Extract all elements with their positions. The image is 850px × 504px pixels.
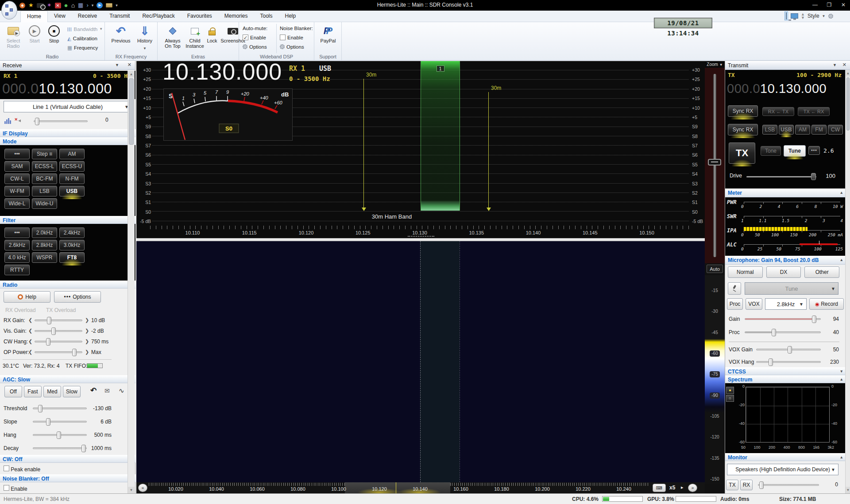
monitor-section-header[interactable]: Monitor▴ <box>725 453 845 461</box>
minimize-button[interactable]: — <box>808 0 822 10</box>
slider-track[interactable] <box>756 349 821 350</box>
ribbon-tab[interactable]: View <box>48 11 72 22</box>
scroll-up-icon[interactable]: ▲ <box>128 71 135 77</box>
slider-track[interactable] <box>35 319 82 321</box>
filter-button[interactable]: 3.0kHz <box>59 240 85 250</box>
mode-button[interactable]: Wide-U <box>32 198 57 209</box>
audio-output-dropdown[interactable]: Line 1 (Virtual Audio Cable) ▼ <box>4 101 132 112</box>
start-button[interactable]: ▶ Start <box>26 24 43 43</box>
close-button[interactable]: ✕ <box>837 0 850 10</box>
caret-down-icon[interactable]: ▼ <box>822 14 826 18</box>
mode-button[interactable]: ECSS-L <box>32 161 57 172</box>
panel-close-icon[interactable]: ✕ <box>842 62 846 68</box>
overview-zoom-factor[interactable]: x5 <box>669 485 675 491</box>
slider-track[interactable] <box>33 447 87 449</box>
increase-arrow[interactable]: ❯ <box>85 317 89 323</box>
style-dropdown[interactable]: Style <box>808 13 819 19</box>
increase-arrow[interactable]: ❯ <box>85 349 89 355</box>
paypal-button[interactable]: PP PayPal <box>317 24 339 43</box>
zoom-slider[interactable] <box>705 68 725 263</box>
slider-handle[interactable] <box>47 317 51 324</box>
slider-track[interactable] <box>35 351 82 353</box>
tune-button[interactable]: Tune <box>784 145 806 157</box>
monitor-tx-button[interactable]: TX <box>726 480 738 490</box>
collapse-icon[interactable]: ▾ <box>840 369 842 373</box>
select-radio-button[interactable]: Select Radio <box>3 24 24 49</box>
mode-section-header[interactable]: Mode▴ <box>0 137 135 145</box>
filter-button[interactable]: 2.0kHz <box>32 227 57 238</box>
filter-button[interactable]: ••• <box>4 227 30 238</box>
slider-track[interactable] <box>745 318 821 320</box>
slider-handle[interactable] <box>57 431 61 439</box>
panel-menu-icon[interactable]: ▼ <box>833 63 837 67</box>
slider-handle[interactable] <box>769 358 773 366</box>
filter-button[interactable]: WSPR <box>32 252 57 263</box>
agc-mode-button[interactable]: Slow <box>63 386 81 397</box>
slider-handle[interactable] <box>46 338 50 346</box>
slider-handle[interactable] <box>81 445 86 452</box>
child-instance-button[interactable]: Child Instance <box>184 24 205 49</box>
collapse-icon[interactable]: ▴ <box>840 377 842 381</box>
rx-filter-badge[interactable]: 1 <box>437 65 444 72</box>
spin-arrows-icon[interactable]: ▲▼ <box>801 12 805 19</box>
filter-button[interactable]: RTTY <box>4 265 30 275</box>
previous-button[interactable]: ↶ Previous <box>110 24 131 43</box>
decrease-arrow[interactable]: ❮ <box>28 349 32 355</box>
mode-button[interactable]: N-FM <box>59 173 85 184</box>
envelope-gear-icon[interactable]: ✉ <box>104 387 110 394</box>
tx-transmit-button[interactable]: TX <box>729 142 755 164</box>
slider-handle[interactable] <box>72 349 77 356</box>
undo-icon[interactable]: ↶ <box>90 386 97 395</box>
spectrum-toggle-on-icon[interactable]: ● <box>726 387 734 394</box>
slider-handle[interactable] <box>46 418 50 426</box>
sync-rx-button[interactable]: Sync RX <box>728 105 758 117</box>
scroll-down-icon[interactable]: ▼ <box>128 487 135 493</box>
microphone-section-header[interactable]: Microphone: Gain 94, Boost 20.0 dB▴ <box>725 256 845 265</box>
maximize-button[interactable]: ❐ <box>823 0 836 10</box>
slider-track[interactable] <box>33 408 87 409</box>
spectrum-toggle-off-icon[interactable]: ○ <box>726 395 734 402</box>
tx-mode-button[interactable]: CW <box>828 125 843 135</box>
application-menu-button[interactable] <box>1 1 17 19</box>
tx-frequency-display[interactable]: 000.010.130.000 <box>727 81 827 96</box>
options-button[interactable]: •••Options <box>54 291 101 303</box>
spectrum-waterfall-splitter[interactable] <box>136 238 705 241</box>
history-button[interactable]: ⇓ History ▼ <box>134 24 155 51</box>
mode-button[interactable]: W-FM <box>4 186 30 196</box>
monitor-device-dropdown[interactable]: Speakers (High Definition Audio Device)▼ <box>727 464 838 475</box>
filter-button[interactable]: 4.0 kHz <box>4 252 30 263</box>
monitor-volume-slider[interactable] <box>758 484 819 486</box>
mode-button[interactable]: ••• <box>4 149 30 159</box>
slider-handle[interactable] <box>772 329 776 336</box>
slider-track[interactable] <box>756 361 821 363</box>
slider-track[interactable] <box>33 421 87 423</box>
sync-rx-button-2[interactable]: Sync RX <box>728 124 758 135</box>
rx-frequency-display[interactable]: 000.010.130.000 <box>2 81 112 97</box>
tune-more-button[interactable]: ••• <box>808 146 820 155</box>
waterfall-color-scale[interactable]: -15-30-45-60-75-90-105-120-135-150 <box>705 275 725 484</box>
transmit-scrollbar[interactable]: ▲ ▼ <box>845 70 850 493</box>
panel-menu-icon[interactable]: ▼ <box>115 63 119 67</box>
tx-mode-button[interactable]: LSB <box>762 125 777 135</box>
agc-mode-button[interactable]: Fast <box>24 386 42 397</box>
peak-enable-checkbox[interactable]: Peak enable <box>4 466 40 473</box>
noise-blanker-options-button[interactable]: Options <box>280 42 304 51</box>
auto-mute-enable-checkbox[interactable]: ✓ Enable <box>243 33 266 42</box>
meter-section-header[interactable]: Meter▴ <box>725 189 845 197</box>
microphone-button[interactable] <box>728 282 741 295</box>
slider-track[interactable] <box>35 341 82 342</box>
mode-button[interactable]: BC-FM <box>32 173 57 184</box>
monitor-layout-selected[interactable] <box>784 12 788 20</box>
keyboard-entry-button[interactable]: ⌨ <box>653 484 666 492</box>
monitor-slider-handle[interactable] <box>759 481 764 489</box>
filter-section-header[interactable]: Filter▴ <box>0 216 135 224</box>
tx-mode-button[interactable]: USB <box>779 125 794 135</box>
tx-mode-button[interactable]: AM <box>795 125 810 135</box>
tx-mode-button[interactable]: FM <box>811 125 827 135</box>
filter-button[interactable]: 2.6kHz <box>4 240 30 250</box>
noise-blanker-section-header[interactable]: Noise Blanker: Off▴ <box>0 474 135 482</box>
nb-enable-checkbox[interactable]: Enable <box>4 485 27 492</box>
scrollbar-thumb[interactable] <box>129 78 134 145</box>
collapse-icon[interactable]: ▴ <box>840 455 842 459</box>
agc-graph-icon[interactable]: ∿ <box>119 387 124 395</box>
